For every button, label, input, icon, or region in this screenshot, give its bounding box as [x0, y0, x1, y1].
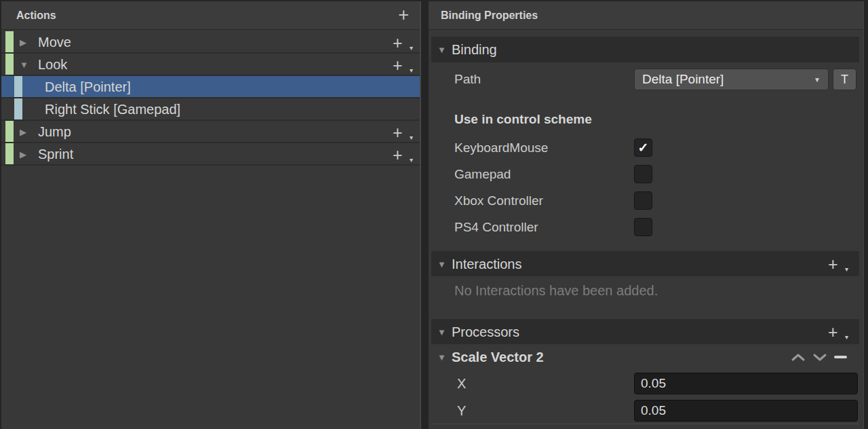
- action-color-stripe: [5, 121, 14, 142]
- scheme-label-ps4-controller: PS4 Controller: [454, 218, 538, 236]
- action-label: Sprint: [38, 143, 73, 166]
- action-row-move[interactable]: ▶ Move + ▾: [1, 31, 420, 54]
- binding-properties-title: Binding Properties: [441, 1, 538, 30]
- path-dropdown-value: Delta [Pointer]: [642, 69, 724, 90]
- y-field-label: Y: [457, 400, 466, 422]
- plus-icon: +: [828, 322, 838, 342]
- plus-icon: +: [393, 33, 403, 53]
- foldout-expanded-icon[interactable]: ▼: [437, 352, 446, 362]
- action-color-stripe: [5, 143, 14, 164]
- foldout-expanded-icon[interactable]: ▼: [437, 259, 446, 269]
- caret-down-icon: ▾: [410, 67, 413, 74]
- processors-section-header[interactable]: ▼ Processors + ▾: [431, 319, 859, 344]
- checkbox-ps4-controller[interactable]: [634, 218, 652, 236]
- add-interaction-button[interactable]: + ▾: [828, 254, 846, 274]
- panel-splitter[interactable]: [420, 1, 421, 429]
- move-up-icon[interactable]: [791, 352, 806, 362]
- actions-panel-title: Actions: [16, 1, 56, 30]
- x-field-label: X: [457, 373, 466, 394]
- processor-title: Scale Vector 2: [452, 345, 544, 369]
- checkmark-icon: ✓: [638, 141, 649, 155]
- binding-label: Delta [Pointer]: [45, 76, 131, 98]
- move-down-icon[interactable]: [812, 352, 827, 362]
- remove-processor-button[interactable]: [833, 352, 848, 362]
- action-row-sprint[interactable]: ▶ Sprint + ▾: [1, 143, 420, 166]
- dropdown-arrow-icon: ▼: [814, 76, 821, 83]
- add-binding-button[interactable]: + ▾: [393, 55, 410, 75]
- caret-down-icon: ▾: [845, 333, 848, 341]
- add-action-button[interactable]: +: [398, 1, 409, 30]
- path-text-mode-button[interactable]: T: [833, 69, 856, 90]
- processor-scale-vector-2-header[interactable]: ▼ Scale Vector 2: [431, 345, 859, 369]
- scheme-label-keyboardmouse: KeyboardMouse: [454, 138, 548, 157]
- action-label: Move: [38, 31, 71, 54]
- actions-panel-header: Actions +: [1, 1, 420, 30]
- binding-section-title: Binding: [452, 37, 497, 62]
- checkbox-keyboardmouse[interactable]: ✓: [634, 138, 652, 157]
- checkbox-xbox-controller[interactable]: [634, 191, 652, 210]
- scheme-label-gamepad: Gamepad: [454, 165, 511, 183]
- action-color-stripe: [5, 54, 14, 75]
- add-binding-button[interactable]: + ▾: [393, 122, 410, 143]
- add-binding-button[interactable]: + ▾: [393, 33, 410, 53]
- control-scheme-heading: Use in control scheme: [454, 112, 592, 127]
- binding-color-stripe: [14, 98, 22, 119]
- binding-properties-panel: Binding Properties ▼ Binding Path Delta …: [429, 1, 864, 429]
- binding-row-right-stick[interactable]: Right Stick [Gamepad]: [1, 98, 420, 121]
- binding-section-header[interactable]: ▼ Binding: [431, 37, 859, 62]
- path-label: Path: [454, 69, 481, 90]
- path-dropdown[interactable]: Delta [Pointer] ▼: [634, 69, 829, 90]
- y-value-input[interactable]: [634, 400, 858, 422]
- foldout-expanded-icon[interactable]: ▼: [437, 45, 446, 55]
- caret-down-icon: ▾: [845, 265, 848, 273]
- caret-down-icon: ▾: [410, 134, 413, 141]
- panel-bottom-divider: [431, 424, 859, 424]
- action-label: Jump: [38, 121, 71, 143]
- add-processor-button[interactable]: + ▾: [828, 322, 846, 342]
- binding-row-delta-pointer[interactable]: Delta [Pointer]: [1, 76, 420, 98]
- binding-properties-header: Binding Properties: [429, 1, 863, 30]
- foldout-expanded-icon[interactable]: ▼: [20, 59, 28, 69]
- actions-list: ▶ Move + ▾ ▼ Look + ▾ Delta [Pointer] Ri…: [1, 31, 420, 166]
- plus-icon: +: [828, 254, 838, 274]
- processors-section-title: Processors: [452, 319, 519, 345]
- binding-color-stripe: [14, 76, 22, 97]
- foldout-collapsed-icon[interactable]: ▶: [20, 37, 26, 47]
- foldout-expanded-icon[interactable]: ▼: [437, 327, 446, 337]
- foldout-collapsed-icon[interactable]: ▶: [20, 126, 26, 136]
- interactions-section-title: Interactions: [452, 251, 521, 277]
- actions-panel: Actions + ▶ Move + ▾ ▼ Look + ▾ Delta [P…: [1, 1, 420, 429]
- plus-icon: +: [393, 122, 403, 143]
- plus-icon: +: [393, 145, 403, 165]
- action-color-stripe: [5, 31, 14, 52]
- x-value-input[interactable]: [634, 373, 858, 394]
- add-binding-button[interactable]: + ▾: [393, 145, 410, 165]
- caret-down-icon: ▾: [410, 156, 413, 164]
- binding-label: Right Stick [Gamepad]: [45, 98, 180, 121]
- action-row-look[interactable]: ▼ Look + ▾: [1, 54, 420, 76]
- interactions-section-header[interactable]: ▼ Interactions + ▾: [431, 251, 859, 276]
- plus-icon: +: [393, 55, 403, 75]
- scheme-label-xbox-controller: Xbox Controller: [454, 191, 543, 210]
- action-label: Look: [38, 54, 67, 76]
- caret-down-icon: ▾: [410, 44, 413, 52]
- foldout-collapsed-icon[interactable]: ▶: [20, 149, 26, 159]
- interactions-empty-message: No Interactions have been added.: [454, 283, 658, 299]
- minus-icon: [834, 356, 847, 358]
- action-row-jump[interactable]: ▶ Jump + ▾: [1, 121, 420, 143]
- checkbox-gamepad[interactable]: [634, 165, 652, 183]
